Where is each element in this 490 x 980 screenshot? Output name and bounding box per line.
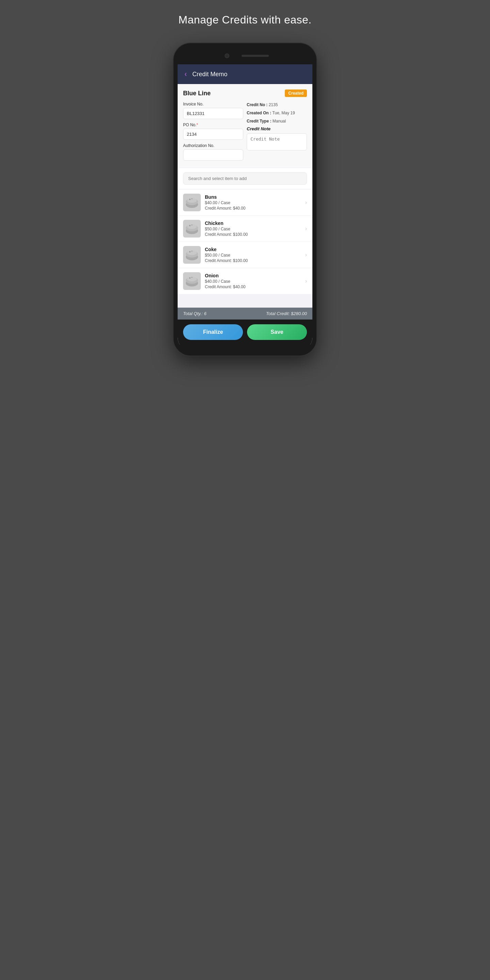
svg-point-18 xyxy=(189,277,191,279)
total-qty-text: Total Qty.: 6 xyxy=(183,311,207,316)
credit-note-input[interactable] xyxy=(247,134,307,150)
item-credit: Credit Amount: $40.00 xyxy=(205,285,301,289)
phone-screen: ‹ Credit Memo Blue Line Created Invoice … xyxy=(178,47,312,352)
phone-device: ‹ Credit Memo Blue Line Created Invoice … xyxy=(173,43,317,356)
app-screen: ‹ Credit Memo Blue Line Created Invoice … xyxy=(178,64,312,345)
total-credit-text: Total Credit: $280.00 xyxy=(266,311,307,316)
item-credit: Credit Amount: $100.00 xyxy=(205,258,301,263)
item-row[interactable]: Onion $40.00 / Case Credit Amount: $40.0… xyxy=(178,268,312,294)
item-image-onion xyxy=(183,272,201,290)
company-row: Blue Line Created xyxy=(183,89,307,97)
svg-point-13 xyxy=(189,251,191,253)
item-row[interactable]: Coke $50.00 / Case Credit Amount: $100.0… xyxy=(178,242,312,268)
item-info-chicken: Chicken $50.00 / Case Credit Amount: $10… xyxy=(205,221,301,237)
po-no-label: PO No.* xyxy=(183,123,243,127)
item-info-coke: Coke $50.00 / Case Credit Amount: $100.0… xyxy=(205,247,301,263)
credit-type-row: Credit Type : Manual xyxy=(247,118,307,124)
back-button[interactable]: ‹ xyxy=(185,70,187,79)
invoice-no-label: Invoice No. xyxy=(183,102,243,107)
item-price: $40.00 / Case xyxy=(205,200,301,205)
svg-point-9 xyxy=(192,224,192,226)
invoice-no-input[interactable] xyxy=(183,108,243,119)
bottom-summary-bar: Total Qty.: 6 Total Credit: $280.00 xyxy=(178,308,312,320)
finalize-button[interactable]: Finalize xyxy=(183,324,243,340)
item-credit: Credit Amount: $40.00 xyxy=(205,206,301,211)
item-image-coke xyxy=(183,246,201,264)
form-grid: Invoice No. PO No.* Authorization No. xyxy=(183,102,307,164)
chevron-right-icon: › xyxy=(305,278,307,284)
hero-text: Manage Credits with ease. xyxy=(178,14,311,26)
item-image-buns xyxy=(183,194,201,211)
phone-bottom-bar xyxy=(178,345,312,352)
status-badge: Created xyxy=(285,89,307,97)
action-buttons-bar: Finalize Save xyxy=(178,320,312,345)
svg-point-8 xyxy=(189,225,191,226)
item-info-buns: Buns $40.00 / Case Credit Amount: $40.00 xyxy=(205,194,301,211)
chevron-right-icon: › xyxy=(305,252,307,258)
spacer xyxy=(178,294,312,308)
phone-camera-icon xyxy=(224,53,229,58)
form-right-column: Credit No : 2135 Created On : Tue, May 1… xyxy=(247,102,307,164)
phone-top-bar xyxy=(178,47,312,64)
item-price: $50.00 / Case xyxy=(205,227,301,231)
item-name: Buns xyxy=(205,194,301,200)
item-price: $40.00 / Case xyxy=(205,279,301,284)
header-title: Credit Memo xyxy=(192,71,227,78)
item-name: Coke xyxy=(205,247,301,252)
form-left-column: Invoice No. PO No.* Authorization No. xyxy=(183,102,243,164)
credit-note-label: Credit Note xyxy=(247,126,307,131)
item-name: Chicken xyxy=(205,221,301,226)
search-section xyxy=(178,168,312,189)
item-info-onion: Onion $40.00 / Case Credit Amount: $40.0… xyxy=(205,273,301,289)
svg-point-14 xyxy=(192,251,192,252)
svg-point-3 xyxy=(189,199,191,200)
auth-no-label: Authorization No. xyxy=(183,143,243,148)
item-image-chicken xyxy=(183,220,201,237)
credit-no-row: Credit No : 2135 xyxy=(247,102,307,108)
item-row[interactable]: Chicken $50.00 / Case Credit Amount: $10… xyxy=(178,216,312,242)
svg-point-4 xyxy=(192,198,192,199)
search-input[interactable] xyxy=(183,172,307,185)
page-wrapper: Manage Credits with ease. ‹ Credit Memo … xyxy=(0,14,490,356)
save-button[interactable]: Save xyxy=(247,324,307,340)
form-section: Blue Line Created Invoice No. PO No.* xyxy=(178,84,312,167)
company-name: Blue Line xyxy=(183,90,211,97)
app-header: ‹ Credit Memo xyxy=(178,64,312,84)
item-row[interactable]: Buns $40.00 / Case Credit Amount: $40.00… xyxy=(178,189,312,216)
po-no-input[interactable] xyxy=(183,129,243,140)
item-price: $50.00 / Case xyxy=(205,253,301,258)
item-credit: Credit Amount: $100.00 xyxy=(205,232,301,237)
created-on-row: Created On : Tue, May 19 xyxy=(247,110,307,116)
chevron-right-icon: › xyxy=(305,226,307,232)
svg-point-19 xyxy=(192,277,192,278)
auth-no-input[interactable] xyxy=(183,150,243,161)
item-name: Onion xyxy=(205,273,301,278)
items-list: Buns $40.00 / Case Credit Amount: $40.00… xyxy=(178,189,312,294)
chevron-right-icon: › xyxy=(305,199,307,205)
phone-speaker xyxy=(242,55,269,57)
